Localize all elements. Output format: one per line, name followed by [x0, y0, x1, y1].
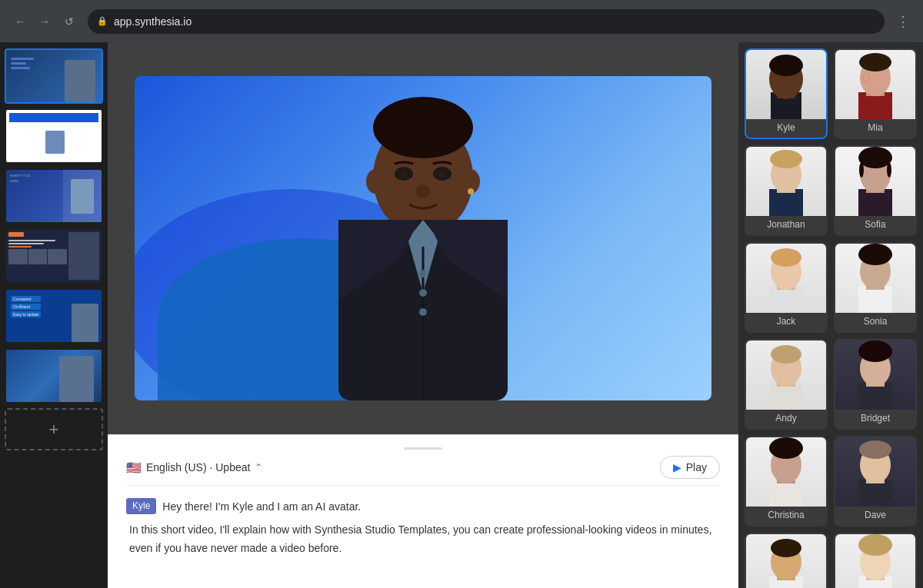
svg-point-3: [366, 169, 385, 194]
avatar-name-jonathan: Jonathan: [746, 216, 826, 234]
svg-point-53: [858, 341, 892, 362]
avatar-card-bridget[interactable]: Bridget: [834, 339, 917, 430]
slide-thumb-2[interactable]: [5, 108, 103, 164]
svg-rect-28: [769, 189, 803, 216]
svg-point-41: [771, 248, 801, 267]
avatar-card-more1[interactable]: [745, 533, 828, 588]
play-label: Play: [686, 461, 707, 473]
avatar-image-more1: [746, 534, 826, 588]
slide-thumb-1[interactable]: [5, 48, 103, 104]
play-button[interactable]: ▶ Play: [660, 456, 720, 479]
avatar-name-sonia: Sonia: [835, 313, 915, 331]
avatar-name-christina: Christina: [746, 507, 826, 525]
nav-buttons: ← → ↺: [9, 11, 80, 32]
avatar-image-mia: [835, 50, 915, 119]
language-selector[interactable]: 🇺🇸 English (US) · Upbeat ⌃: [126, 460, 262, 475]
svg-point-17: [419, 289, 427, 297]
video-preview: [135, 76, 711, 400]
svg-rect-42: [858, 286, 892, 313]
avatar-card-sonia[interactable]: Sonia: [834, 242, 917, 333]
svg-point-18: [419, 308, 427, 316]
avatar-selection-panel: Kyle Mia: [738, 42, 923, 588]
avatar-image-sofia: [835, 147, 915, 216]
avatar-image-kyle: [746, 50, 826, 119]
avatar-card-more2[interactable]: [834, 533, 917, 588]
editor-toolbar: 🇺🇸 English (US) · Upbeat ⌃ ▶ Play: [126, 456, 720, 486]
svg-rect-54: [769, 480, 803, 507]
avatar-card-jonathan[interactable]: Jonathan: [745, 145, 828, 236]
svg-point-37: [887, 162, 891, 178]
svg-point-22: [769, 55, 803, 76]
avatar-name-dave: Dave: [835, 507, 915, 525]
play-icon: ▶: [673, 461, 681, 473]
avatar-image-more2: [835, 534, 915, 588]
svg-point-10: [415, 185, 431, 198]
slide-thumb-6[interactable]: [5, 348, 103, 404]
avatar-image-dave: [835, 437, 915, 507]
svg-point-57: [769, 437, 803, 459]
video-avatar-kyle: [300, 76, 546, 400]
svg-rect-46: [769, 383, 803, 410]
text-editor-panel: 🇺🇸 English (US) · Upbeat ⌃ ▶ Play Kyle H…: [108, 434, 738, 588]
avatar-card-christina[interactable]: Christina: [745, 436, 828, 527]
language-text: English (US) · Upbeat: [146, 461, 250, 473]
slide-thumb-5[interactable]: Consistent On-Brand Easy to update: [5, 288, 103, 344]
url-text: app.synthesia.io: [114, 15, 192, 28]
svg-point-35: [858, 147, 892, 168]
avatar-tag: Kyle: [126, 498, 156, 514]
chevron-icon: ⌃: [255, 462, 262, 473]
svg-point-8: [400, 170, 408, 178]
browser-menu-button[interactable]: ⋮: [892, 11, 914, 32]
editor-line-1: Kyle Hey there! I'm Kyle and I am an AI …: [126, 498, 720, 515]
svg-point-5: [468, 188, 474, 194]
avatar-grid: Kyle Mia: [745, 48, 917, 588]
svg-rect-23: [858, 92, 892, 119]
editor-text-1: Hey there! I'm Kyle and I am an AI avata…: [162, 498, 361, 515]
svg-point-9: [438, 170, 446, 178]
svg-rect-50: [858, 383, 892, 410]
avatar-image-andy: [746, 341, 826, 410]
avatar-name-jack: Jack: [746, 313, 826, 331]
svg-rect-58: [858, 480, 892, 507]
svg-point-61: [859, 440, 891, 459]
add-slide-button[interactable]: +: [5, 408, 103, 450]
slide-thumb-4[interactable]: [5, 228, 103, 284]
avatar-card-kyle[interactable]: Kyle: [745, 48, 828, 139]
slide-thumb-3[interactable]: INSERT TITLE HERE: [5, 168, 103, 224]
avatar-image-jonathan: [746, 147, 826, 216]
main-content: 🇺🇸 English (US) · Upbeat ⌃ ▶ Play Kyle H…: [108, 42, 738, 588]
flag-icon: 🇺🇸: [126, 460, 142, 475]
avatar-card-mia[interactable]: Mia: [834, 48, 917, 139]
browser-chrome: ← → ↺ 🔒 app.synthesia.io ⋮: [0, 0, 923, 42]
svg-rect-38: [769, 286, 803, 313]
editor-content[interactable]: Kyle Hey there! I'm Kyle and I am an AI …: [126, 498, 720, 558]
svg-point-26: [859, 53, 891, 71]
svg-point-16: [419, 270, 427, 277]
avatar-card-andy[interactable]: Andy: [745, 339, 828, 430]
avatar-card-sofia[interactable]: Sofia: [834, 145, 917, 236]
avatar-name-andy: Andy: [746, 410, 826, 428]
svg-point-2: [373, 97, 473, 158]
lock-icon: 🔒: [97, 16, 108, 26]
video-preview-container: [108, 42, 738, 434]
svg-point-36: [859, 162, 864, 178]
svg-point-69: [858, 534, 892, 556]
avatar-image-christina: [746, 437, 826, 507]
svg-point-65: [771, 539, 801, 557]
back-button[interactable]: ←: [9, 11, 31, 32]
svg-point-49: [771, 345, 801, 364]
avatar-name-mia: Mia: [835, 119, 915, 138]
refresh-button[interactable]: ↺: [58, 11, 80, 32]
avatar-card-dave[interactable]: Dave: [834, 436, 917, 527]
avatar-name-bridget: Bridget: [835, 410, 915, 428]
avatar-card-jack[interactable]: Jack: [745, 242, 828, 333]
avatar-image-bridget: [835, 341, 915, 410]
svg-point-45: [858, 244, 892, 265]
editor-paragraph: In this short video, I'll explain how wi…: [126, 521, 720, 558]
address-bar[interactable]: 🔒 app.synthesia.io: [88, 9, 885, 34]
avatar-name-kyle: Kyle: [746, 119, 826, 138]
forward-button[interactable]: →: [34, 11, 55, 32]
avatar-image-jack: [746, 244, 826, 313]
avatar-image-sonia: [835, 244, 915, 313]
svg-rect-32: [858, 189, 892, 216]
